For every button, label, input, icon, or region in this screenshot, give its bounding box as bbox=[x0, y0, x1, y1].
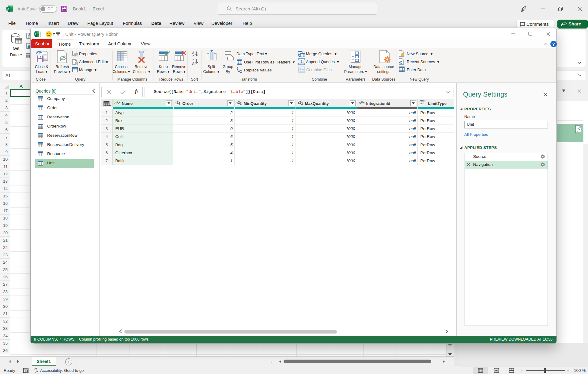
svg-text:2: 2 bbox=[240, 70, 242, 73]
svg-text:1: 1 bbox=[237, 67, 239, 70]
svg-text:X: X bbox=[35, 33, 36, 36]
svg-text:Z: Z bbox=[192, 54, 194, 58]
svg-text:X: X bbox=[7, 7, 9, 10]
